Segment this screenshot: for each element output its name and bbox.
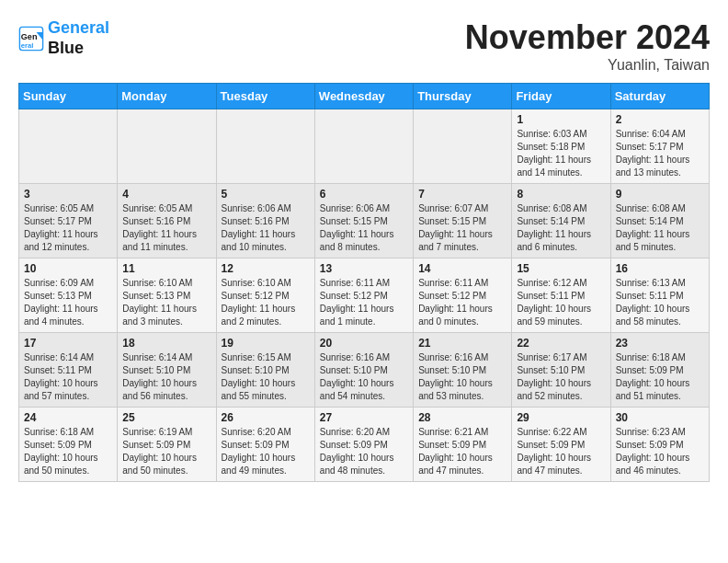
day-number: 30: [616, 411, 704, 424]
calendar-table: SundayMondayTuesdayWednesdayThursdayFrid…: [18, 83, 710, 482]
day-info: Sunrise: 6:14 AM Sunset: 5:11 PM Dayligh…: [24, 351, 112, 403]
day-info: Sunrise: 6:08 AM Sunset: 5:14 PM Dayligh…: [517, 202, 605, 254]
calendar-cell: [216, 109, 314, 184]
calendar-cell: 17Sunrise: 6:14 AM Sunset: 5:11 PM Dayli…: [19, 333, 118, 408]
day-number: 4: [122, 188, 210, 201]
calendar-week-2: 3Sunrise: 6:05 AM Sunset: 5:17 PM Daylig…: [19, 184, 710, 259]
svg-text:Gen: Gen: [21, 32, 38, 41]
calendar-cell: 8Sunrise: 6:08 AM Sunset: 5:14 PM Daylig…: [512, 184, 610, 259]
weekday-header-thursday: Thursday: [414, 84, 512, 109]
calendar-week-4: 17Sunrise: 6:14 AM Sunset: 5:11 PM Dayli…: [19, 333, 710, 408]
calendar-cell: 12Sunrise: 6:10 AM Sunset: 5:12 PM Dayli…: [216, 259, 314, 333]
calendar-cell: 25Sunrise: 6:19 AM Sunset: 5:09 PM Dayli…: [118, 408, 216, 482]
weekday-header-saturday: Saturday: [610, 84, 709, 109]
day-info: Sunrise: 6:06 AM Sunset: 5:15 PM Dayligh…: [320, 202, 408, 254]
title-block: November 2024 Yuanlin, Taiwan: [465, 18, 710, 74]
day-info: Sunrise: 6:13 AM Sunset: 5:11 PM Dayligh…: [616, 277, 704, 328]
day-info: Sunrise: 6:11 AM Sunset: 5:12 PM Dayligh…: [418, 277, 506, 328]
calendar-cell: 26Sunrise: 6:20 AM Sunset: 5:09 PM Dayli…: [216, 408, 314, 482]
day-info: Sunrise: 6:16 AM Sunset: 5:10 PM Dayligh…: [418, 351, 506, 403]
day-info: Sunrise: 6:22 AM Sunset: 5:09 PM Dayligh…: [517, 426, 605, 477]
day-info: Sunrise: 6:23 AM Sunset: 5:09 PM Dayligh…: [616, 426, 704, 477]
day-number: 11: [122, 262, 210, 275]
day-number: 27: [320, 411, 408, 424]
calendar-cell: 6Sunrise: 6:06 AM Sunset: 5:15 PM Daylig…: [314, 184, 413, 259]
svg-text:eral: eral: [21, 40, 34, 49]
calendar-week-1: 1Sunrise: 6:03 AM Sunset: 5:18 PM Daylig…: [19, 109, 710, 184]
calendar-cell: 16Sunrise: 6:13 AM Sunset: 5:11 PM Dayli…: [610, 259, 709, 333]
weekday-header-row: SundayMondayTuesdayWednesdayThursdayFrid…: [19, 84, 710, 109]
page-header: Gen eral GeneralBlue November 2024 Yuanl…: [18, 18, 710, 74]
day-number: 7: [418, 188, 506, 201]
day-info: Sunrise: 6:20 AM Sunset: 5:09 PM Dayligh…: [222, 426, 310, 477]
day-number: 17: [24, 337, 112, 350]
calendar-cell: 21Sunrise: 6:16 AM Sunset: 5:10 PM Dayli…: [414, 333, 512, 408]
calendar-cell: 14Sunrise: 6:11 AM Sunset: 5:12 PM Dayli…: [414, 259, 512, 333]
day-number: 1: [517, 113, 605, 126]
calendar-cell: 7Sunrise: 6:07 AM Sunset: 5:15 PM Daylig…: [414, 184, 512, 259]
day-info: Sunrise: 6:05 AM Sunset: 5:17 PM Dayligh…: [24, 202, 112, 254]
day-number: 9: [616, 188, 704, 201]
calendar-week-3: 10Sunrise: 6:09 AM Sunset: 5:13 PM Dayli…: [19, 259, 710, 333]
day-info: Sunrise: 6:18 AM Sunset: 5:09 PM Dayligh…: [24, 426, 112, 477]
day-info: Sunrise: 6:15 AM Sunset: 5:10 PM Dayligh…: [222, 351, 310, 403]
calendar-cell: [414, 109, 512, 184]
calendar-cell: 29Sunrise: 6:22 AM Sunset: 5:09 PM Dayli…: [512, 408, 610, 482]
day-info: Sunrise: 6:08 AM Sunset: 5:14 PM Dayligh…: [616, 202, 704, 254]
calendar-cell: 22Sunrise: 6:17 AM Sunset: 5:10 PM Dayli…: [512, 333, 610, 408]
weekday-header-wednesday: Wednesday: [314, 84, 413, 109]
calendar-cell: [118, 109, 216, 184]
calendar-week-5: 24Sunrise: 6:18 AM Sunset: 5:09 PM Dayli…: [19, 408, 710, 482]
day-info: Sunrise: 6:19 AM Sunset: 5:09 PM Dayligh…: [122, 426, 210, 477]
day-number: 26: [222, 411, 310, 424]
calendar-cell: 20Sunrise: 6:16 AM Sunset: 5:10 PM Dayli…: [314, 333, 413, 408]
day-info: Sunrise: 6:16 AM Sunset: 5:10 PM Dayligh…: [320, 351, 408, 403]
day-info: Sunrise: 6:10 AM Sunset: 5:13 PM Dayligh…: [122, 277, 210, 328]
calendar-cell: 19Sunrise: 6:15 AM Sunset: 5:10 PM Dayli…: [216, 333, 314, 408]
weekday-header-sunday: Sunday: [19, 84, 118, 109]
day-info: Sunrise: 6:05 AM Sunset: 5:16 PM Dayligh…: [122, 202, 210, 254]
logo-icon: Gen eral: [18, 26, 44, 52]
day-info: Sunrise: 6:07 AM Sunset: 5:15 PM Dayligh…: [418, 202, 506, 254]
calendar-cell: 11Sunrise: 6:10 AM Sunset: 5:13 PM Dayli…: [118, 259, 216, 333]
calendar-cell: 18Sunrise: 6:14 AM Sunset: 5:10 PM Dayli…: [118, 333, 216, 408]
day-number: 23: [616, 337, 704, 350]
day-number: 3: [24, 188, 112, 201]
day-number: 19: [222, 337, 310, 350]
calendar-cell: 9Sunrise: 6:08 AM Sunset: 5:14 PM Daylig…: [610, 184, 709, 259]
day-number: 16: [616, 262, 704, 275]
day-number: 5: [222, 188, 310, 201]
weekday-header-tuesday: Tuesday: [216, 84, 314, 109]
day-info: Sunrise: 6:20 AM Sunset: 5:09 PM Dayligh…: [320, 426, 408, 477]
day-number: 2: [616, 113, 704, 126]
calendar-cell: 3Sunrise: 6:05 AM Sunset: 5:17 PM Daylig…: [19, 184, 118, 259]
calendar-cell: 5Sunrise: 6:06 AM Sunset: 5:16 PM Daylig…: [216, 184, 314, 259]
day-info: Sunrise: 6:17 AM Sunset: 5:10 PM Dayligh…: [517, 351, 605, 403]
day-number: 6: [320, 188, 408, 201]
weekday-header-friday: Friday: [512, 84, 610, 109]
month-title: November 2024: [465, 18, 710, 57]
day-info: Sunrise: 6:18 AM Sunset: 5:09 PM Dayligh…: [616, 351, 704, 403]
calendar-cell: 2Sunrise: 6:04 AM Sunset: 5:17 PM Daylig…: [610, 109, 709, 184]
day-number: 13: [320, 262, 408, 275]
day-number: 15: [517, 262, 605, 275]
day-info: Sunrise: 6:04 AM Sunset: 5:17 PM Dayligh…: [616, 128, 704, 179]
day-number: 18: [122, 337, 210, 350]
calendar-cell: 23Sunrise: 6:18 AM Sunset: 5:09 PM Dayli…: [610, 333, 709, 408]
day-number: 24: [24, 411, 112, 424]
calendar-cell: [314, 109, 413, 184]
day-number: 14: [418, 262, 506, 275]
day-info: Sunrise: 6:12 AM Sunset: 5:11 PM Dayligh…: [517, 277, 605, 328]
calendar-cell: 13Sunrise: 6:11 AM Sunset: 5:12 PM Dayli…: [314, 259, 413, 333]
day-number: 29: [517, 411, 605, 424]
day-info: Sunrise: 6:10 AM Sunset: 5:12 PM Dayligh…: [222, 277, 310, 328]
location: Yuanlin, Taiwan: [465, 57, 710, 74]
calendar-cell: 10Sunrise: 6:09 AM Sunset: 5:13 PM Dayli…: [19, 259, 118, 333]
day-info: Sunrise: 6:11 AM Sunset: 5:12 PM Dayligh…: [320, 277, 408, 328]
calendar-cell: 4Sunrise: 6:05 AM Sunset: 5:16 PM Daylig…: [118, 184, 216, 259]
calendar-cell: 15Sunrise: 6:12 AM Sunset: 5:11 PM Dayli…: [512, 259, 610, 333]
day-info: Sunrise: 6:06 AM Sunset: 5:16 PM Dayligh…: [222, 202, 310, 254]
day-info: Sunrise: 6:03 AM Sunset: 5:18 PM Dayligh…: [517, 128, 605, 179]
calendar-cell: [19, 109, 118, 184]
calendar-cell: 27Sunrise: 6:20 AM Sunset: 5:09 PM Dayli…: [314, 408, 413, 482]
